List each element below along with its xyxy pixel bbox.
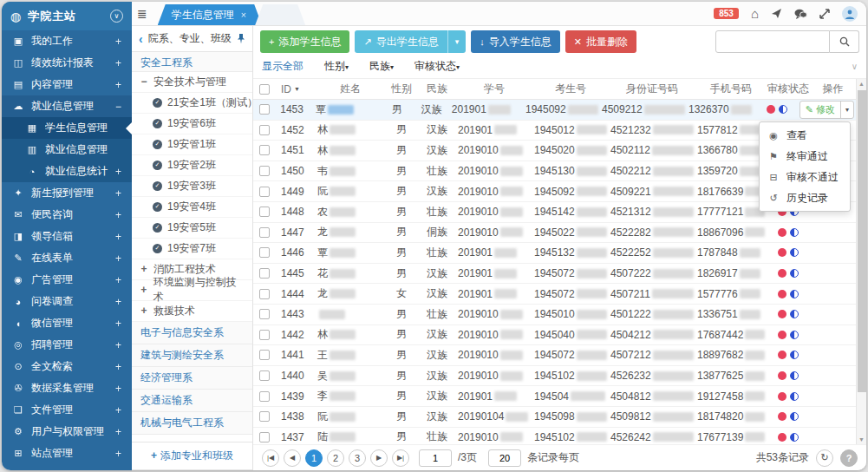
sidebar-item-fulltext-search[interactable]: ⊙全文检索+ [2, 356, 132, 377]
row-checkbox[interactable] [259, 411, 270, 422]
send-icon[interactable] [771, 8, 782, 19]
page-button-1[interactable]: 1 [305, 449, 323, 467]
export-student-button[interactable]: ↗ 导出学生信息 [355, 30, 447, 53]
row-checkbox[interactable] [259, 391, 270, 402]
sidebar-item-site-management[interactable]: ⊞站点管理+ [2, 442, 132, 464]
table-row[interactable]: 1453覃男汉族201901194509245092121326370✎修改▾ [253, 100, 856, 121]
hamburger-icon[interactable]: ≣ [137, 7, 147, 21]
table-row[interactable]: 1437陆男壮族20190101945102452624217677139 [253, 428, 856, 445]
sidebar-item-data-collection[interactable]: ✇数据采集管理+ [2, 377, 132, 399]
filter-show-all[interactable]: 显示全部 [262, 59, 303, 74]
add-student-button[interactable]: + 添加学生信息 [260, 30, 349, 53]
menu-item-history[interactable]: ↺历史记录 [760, 187, 850, 208]
import-student-button[interactable]: ↓ 导入学生信息 [471, 30, 560, 53]
search-button[interactable] [830, 30, 859, 53]
tree-class-item[interactable]: ✓19安管3班 [132, 176, 252, 197]
sort-desc-icon[interactable]: ▼ [294, 86, 300, 92]
sidebar-item-employment-info-statistics[interactable]: ◔就业信息统计+ [2, 161, 132, 182]
sidebar-item-user-permission-management[interactable]: ⚙用户与权限管理+ [2, 421, 132, 442]
tree-class-item[interactable]: ✓19安管4班 [132, 197, 252, 218]
table-row[interactable]: 1445花男汉族201901194507245072221826917 [253, 264, 856, 285]
row-checkbox[interactable] [259, 187, 270, 197]
batch-delete-button[interactable]: ✕ 批量删除 [565, 30, 636, 53]
tree-class-item[interactable]: ✓19安管7班 [132, 239, 252, 259]
sidebar-item-leader-mailbox[interactable]: ◨领导信箱+ [2, 226, 132, 247]
row-checkbox[interactable] [259, 227, 270, 238]
tree-major-item[interactable]: −安全技术与管理 [132, 72, 252, 93]
user-avatar[interactable] [842, 6, 858, 22]
table-row[interactable]: 1440吴男汉族20190101945102452623213877625 [253, 366, 856, 387]
table-row[interactable]: 1447龙男侗族20190101945022452228218867096 [253, 223, 856, 244]
row-checkbox[interactable] [259, 145, 270, 155]
sidebar-collapse-icon[interactable]: ∨ [110, 10, 123, 23]
row-checkbox[interactable] [259, 309, 270, 319]
tab-student-info-management[interactable]: 学生信息管理 × [158, 4, 262, 25]
table-row[interactable]: 1444龙女汉族201901194507245072111577776 [253, 284, 856, 305]
table-row[interactable]: 1446覃男壮族201901194513245222521787848 [253, 243, 856, 264]
row-checkbox[interactable] [259, 125, 270, 135]
row-checkbox[interactable] [259, 166, 270, 176]
row-checkbox[interactable] [259, 268, 270, 279]
scrollbar-thumb[interactable] [858, 90, 866, 392]
notification-badge[interactable]: 853 [714, 8, 739, 19]
table-row[interactable]: 1443男壮族2019010194501045012221336751 [253, 305, 856, 325]
page-number-input[interactable] [419, 449, 452, 467]
row-checkbox[interactable] [259, 247, 270, 258]
edit-button[interactable]: ✎修改 [800, 102, 841, 118]
page-button-2[interactable]: 2 [327, 449, 344, 467]
messages-icon[interactable] [794, 9, 807, 19]
table-row[interactable]: 1441王男汉族20190101945072450721218897682 [253, 345, 856, 366]
sidebar-item-survey-management[interactable]: ◕问卷调查+ [2, 291, 132, 312]
pin-icon[interactable] [237, 33, 245, 44]
export-dropdown-caret[interactable]: ▾ [447, 30, 467, 53]
row-checkbox[interactable] [259, 350, 270, 360]
menu-item-view[interactable]: ◉查看 [760, 125, 850, 146]
edit-dropdown-caret[interactable]: ▾ [841, 102, 853, 118]
department-item[interactable]: 建筑与测绘安全系 [132, 344, 252, 367]
sidebar-item-recruitment-management[interactable]: ◎招聘管理+ [2, 334, 132, 356]
tree-class-item[interactable]: ✓19安管1班 [132, 134, 252, 155]
select-all-checkbox[interactable] [259, 84, 270, 95]
first-page-button[interactable]: |◀ [262, 449, 279, 467]
department-item[interactable]: 机械与电气工程系 [132, 412, 252, 435]
department-item[interactable]: 交通运输系 [132, 390, 252, 412]
sidebar-item-content-management[interactable]: ▤内容管理+ [2, 74, 132, 95]
per-page-input[interactable] [488, 449, 521, 467]
row-checkbox[interactable] [259, 206, 270, 217]
tree-class-item[interactable]: ✓19安管2班 [132, 155, 252, 176]
fullscreen-icon[interactable] [819, 9, 830, 19]
tree-class-item[interactable]: ✓19安管5班 [132, 218, 252, 239]
department-item[interactable]: 经济管理系 [132, 367, 252, 390]
menu-item-final-approve[interactable]: ⚑终审通过 [760, 146, 850, 167]
sidebar-item-wechat-management[interactable]: ◖微信管理+ [2, 312, 132, 334]
page-button-3[interactable]: 3 [349, 449, 366, 467]
search-input[interactable] [715, 30, 830, 53]
table-row[interactable]: 1442林男汉族20190101945040450421217687442 [253, 325, 856, 346]
row-checkbox[interactable] [259, 104, 270, 115]
table-row[interactable]: 1438阮男汉族201901041945098450981218174820 [253, 407, 856, 428]
last-page-button[interactable]: ▶| [392, 449, 409, 467]
help-button[interactable]: ? [840, 449, 858, 467]
filter-ethnicity[interactable]: 民族▾ [369, 59, 394, 74]
row-checkbox[interactable] [259, 330, 270, 340]
sidebar-item-performance-reports[interactable]: ◫绩效统计报表+ [2, 52, 132, 74]
department-item[interactable]: 电子与信息安全系 [132, 322, 252, 344]
add-major-class-button[interactable]: + 添加专业和班级 [132, 442, 252, 470]
sidebar-item-employment-info-management-sub[interactable]: ▥就业信息管理 [2, 139, 132, 161]
sidebar-item-ad-management[interactable]: ◉广告管理+ [2, 269, 132, 291]
sidebar-item-student-info-management[interactable]: ▦学生信息管理 [2, 117, 132, 139]
sidebar-item-file-management[interactable]: ❏文件管理+ [2, 399, 132, 421]
chevron-down-icon[interactable]: ∨ [852, 62, 858, 71]
row-checkbox[interactable] [259, 370, 270, 381]
scroll-down-icon[interactable]: ▼ [857, 436, 866, 442]
refresh-button[interactable]: ↻ [816, 449, 833, 467]
tree-class-item[interactable]: ✓19安管6班 [132, 114, 252, 134]
vertical-scrollbar[interactable]: ▲ ▼ [856, 79, 866, 444]
tree-major-item[interactable]: +环境监测与控制技术 [132, 280, 252, 301]
tab-close-icon[interactable]: × [241, 10, 246, 20]
scroll-up-icon[interactable]: ▲ [857, 81, 866, 87]
row-checkbox[interactable] [259, 432, 270, 442]
filter-audit-status[interactable]: 审核状态▾ [414, 59, 460, 74]
sidebar-item-my-work[interactable]: ▣我的工作+ [2, 30, 132, 52]
sidebar-header[interactable]: ◍ 学院主站 ∨ [2, 2, 132, 30]
